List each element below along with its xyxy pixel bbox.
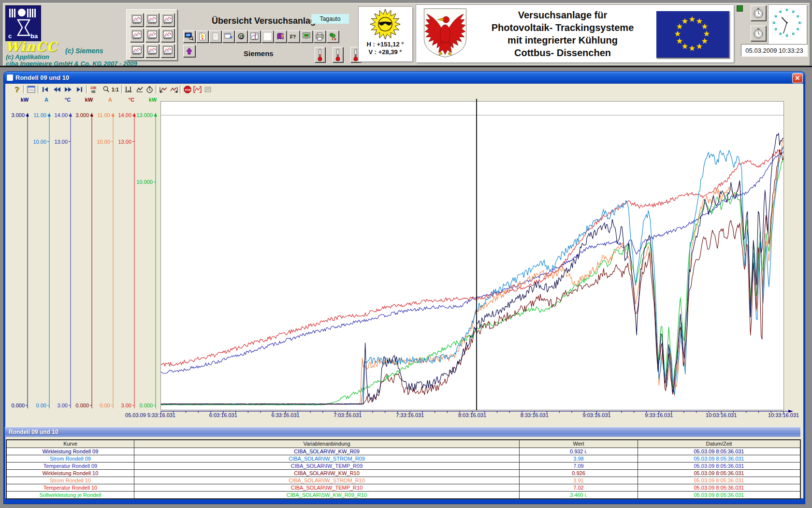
trend-page-9-button[interactable] xyxy=(161,44,174,58)
refresh-button[interactable]: Q xyxy=(235,30,247,43)
legend-row-6-variable: CIBA_SOLAR\IW_TEMP_R10 xyxy=(134,484,520,491)
plant-title: Versuchsanlage für Photovoltaik- Trackin… xyxy=(470,9,655,59)
curves-layer xyxy=(161,102,783,410)
siemens-label: Siemens xyxy=(244,49,274,58)
curve-fwd-icon xyxy=(170,86,178,93)
mode-badge-tagauto[interactable]: Tagauto xyxy=(311,14,349,24)
svg-text:STOP: STOP xyxy=(185,89,190,91)
eu-flag xyxy=(656,11,729,58)
axis-6-label-2: 0.000 xyxy=(133,403,153,408)
monitor-view-button[interactable] xyxy=(301,30,313,43)
x-label-6: 8:33:16.031 xyxy=(521,412,549,418)
trend-chart-icon xyxy=(250,32,259,41)
trend-page-3-button[interactable] xyxy=(161,13,174,27)
exit-plant-button[interactable] xyxy=(327,30,339,43)
sun-tracker-panel[interactable]: H : +151,12 ° V : +28,39 ° xyxy=(358,6,412,61)
blank-icon xyxy=(263,32,272,41)
axis-5-label-0: 14.00 xyxy=(112,112,131,118)
axis-unit-6: kW xyxy=(144,97,161,103)
axis-2-label-0: 14.00 xyxy=(48,112,68,118)
stopwatch-button-2[interactable] xyxy=(751,26,766,41)
refresh-icon: Q xyxy=(237,32,246,41)
legend-row-6[interactable]: Temperatur Rondell 10CIBA_SOLAR\IW_TEMP_… xyxy=(7,484,800,492)
thermometer-icon xyxy=(316,48,324,61)
note-pin-button[interactable] xyxy=(196,30,208,43)
legend-table: KurveVariablenanbindungWertDatum/ZeitWir… xyxy=(6,439,801,499)
x-label-10: 10:33:16.031 xyxy=(768,412,799,418)
book-help-icon: ? xyxy=(276,32,285,41)
export-disabled-button[interactable] xyxy=(203,85,213,94)
axis-1-label-1: 10.00 xyxy=(27,139,46,145)
curve-fwd-button[interactable] xyxy=(169,85,179,94)
legend-row-5-datum: 05.03.09 8:05:36.031 xyxy=(638,477,800,484)
axis-4-label-2: 0.00 xyxy=(91,403,110,408)
trend-chart-button[interactable] xyxy=(248,30,261,43)
cursor-ruler[interactable] xyxy=(476,99,477,410)
legend-row-5[interactable]: Strom Rondell 10CIBA_SOLAR\IW_STROM_R103… xyxy=(7,477,800,484)
app-header: c ba WinCC (c) Siemens (c) Applikation c… xyxy=(3,3,810,65)
trend-page-8-button[interactable] xyxy=(145,44,159,58)
window-star-button[interactable] xyxy=(222,30,234,43)
axis-unit-3: kW xyxy=(80,97,98,103)
legend-row-7[interactable]: Sollwirkleistung je RondellCIBA_SOLAR\SW… xyxy=(7,492,800,498)
note-icon xyxy=(211,32,220,41)
legend-row-3-wert: 7.09 xyxy=(520,463,638,469)
legend-row-1-variable: CIBA_SOLAR\IW_KW_R09 xyxy=(134,448,520,455)
trend-page-2-button[interactable] xyxy=(145,13,159,27)
legend-row-2[interactable]: Strom Rondell 09CIBA_SOLAR\IW_STROM_R093… xyxy=(7,455,800,463)
axis-5-label-1: 13.00 xyxy=(112,139,131,145)
printer-icon xyxy=(315,32,324,41)
monitor-search-button[interactable] xyxy=(183,30,195,43)
window-titlebar[interactable]: Rondell 09 und 10 ✕ xyxy=(4,72,805,84)
thermometer-2-button[interactable] xyxy=(333,47,343,62)
trend-page-grid xyxy=(126,9,177,60)
stopwatch-button-1[interactable] xyxy=(751,5,766,21)
exit-plant-icon xyxy=(328,32,337,41)
note-pin-icon xyxy=(198,32,207,41)
nav-up-button[interactable] xyxy=(183,45,195,57)
window-star-icon xyxy=(224,32,233,41)
legend-row-1[interactable]: Wirkleistung Rondell 09CIBA_SOLAR\IW_KW_… xyxy=(7,448,800,455)
ciba-logo: c ba xyxy=(5,5,41,41)
legend-row-4-variable: CIBA_SOLAR\IW_KW_R10 xyxy=(134,470,520,477)
legend-row-3[interactable]: Temperatur Rondell 09CIBA_SOLAR\IW_TEMP_… xyxy=(7,463,800,470)
legend-row-5-kurve: Strom Rondell 10 xyxy=(7,477,134,484)
overview-title: Übersicht Versuchsanlage xyxy=(212,16,320,26)
plant-title-panel: Versuchsanlage für Photovoltaik- Trackin… xyxy=(416,4,734,62)
legend-row-4[interactable]: Wirkleistung Rondell 10CIBA_SOLAR\IW_KW_… xyxy=(7,470,800,477)
printer-button[interactable] xyxy=(314,30,326,43)
x-label-4: 7:33:16.031 xyxy=(396,412,424,418)
x-label-5: 8:03:16.031 xyxy=(458,412,486,418)
curve-edit-button[interactable] xyxy=(192,85,202,94)
blank-button[interactable] xyxy=(261,30,274,43)
f-help-button[interactable]: F? xyxy=(288,30,300,43)
trend-page-4-button[interactable] xyxy=(130,29,144,42)
trend-page-7-button[interactable] xyxy=(130,44,144,58)
curve-temp-rondell-10 xyxy=(161,148,783,366)
window-icon xyxy=(7,75,13,81)
trend-page-5-button[interactable] xyxy=(145,29,159,42)
x-label-0: 05.03.09 5:33:16.031 xyxy=(125,412,175,418)
axis-0-label-0: 3.000 xyxy=(5,112,25,118)
legend-titlebar[interactable]: Rondell 09 und 10 xyxy=(5,427,800,437)
axis-unit-2: °C xyxy=(59,97,76,103)
axis-5-label-2: 3.00 xyxy=(112,403,131,408)
brand-applikation: (c) Applikation xyxy=(6,53,49,60)
legend-row-4-datum: 05.03.09 8:05:36.031 xyxy=(638,470,800,477)
axis-4-label-0: 11.00 xyxy=(91,112,110,118)
window-title: Rondell 09 und 10 xyxy=(15,74,69,81)
axis-0-label-1: 0.000 xyxy=(5,403,25,408)
svg-text:?: ? xyxy=(281,34,284,39)
close-button[interactable]: ✕ xyxy=(792,73,803,83)
legend-row-1-kurve: Wirkleistung Rondell 09 xyxy=(7,448,134,455)
note-button[interactable] xyxy=(209,30,221,43)
stop-button[interactable]: STOP xyxy=(183,85,192,94)
thermometer-1-button[interactable] xyxy=(315,47,325,62)
sun-h-value: H : +151,12 ° xyxy=(359,41,412,48)
trend-page-6-button[interactable] xyxy=(161,29,174,42)
sun-v-value: V : +28,39 ° xyxy=(359,48,412,56)
brandenburg-eagle xyxy=(421,8,469,58)
trend-page-1-button[interactable] xyxy=(130,13,144,27)
export-disabled-icon xyxy=(204,86,212,93)
book-help-button[interactable]: ? xyxy=(275,30,287,43)
